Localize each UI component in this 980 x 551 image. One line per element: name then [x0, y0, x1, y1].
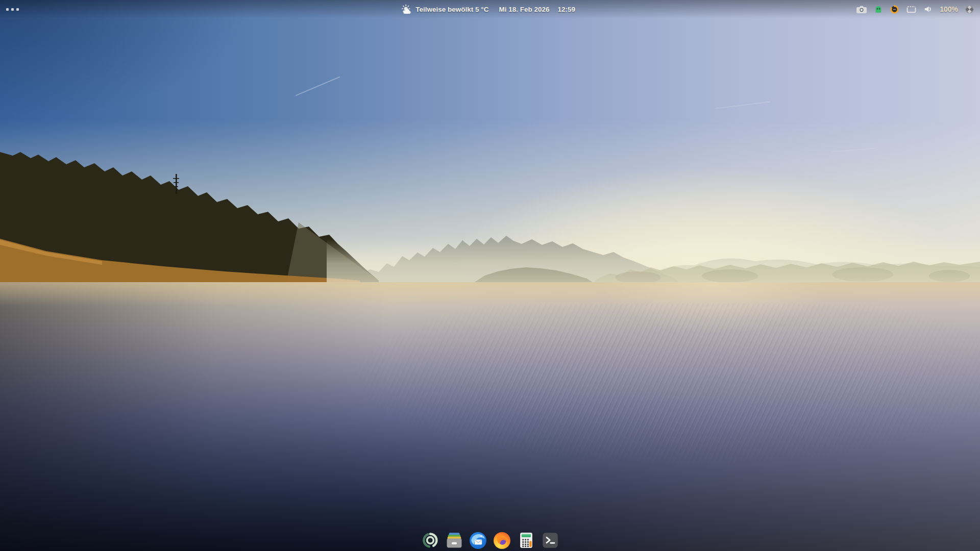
workspace-dot — [6, 8, 9, 11]
sync-indicator-icon — [890, 5, 899, 14]
top-bar: Teilweise bewölkt 5 °C Mi 18. Feb 2026 1… — [0, 0, 980, 18]
ghost-indicator-tray-button[interactable] — [873, 5, 884, 14]
workspace-dot — [16, 8, 19, 11]
weather-partly-cloudy-icon — [401, 4, 412, 15]
dock-item-calculator[interactable] — [517, 531, 536, 550]
workspace-indicator[interactable] — [5, 6, 20, 13]
dock-item-mail-thunderbird[interactable] — [469, 531, 488, 550]
calculator-icon — [518, 532, 535, 549]
battery-percent-label: 100% — [940, 5, 958, 13]
screencast-tray-button[interactable] — [905, 5, 917, 14]
dock-item-file-manager[interactable] — [445, 531, 464, 550]
system-tray: 100% — [855, 0, 975, 18]
app-menu-icon — [422, 532, 439, 549]
screenshot-tray-button[interactable] — [855, 5, 868, 14]
dock — [0, 531, 980, 550]
file-manager-icon — [446, 532, 463, 549]
thunderbird-icon — [470, 532, 486, 549]
dock-item-app-menu[interactable] — [421, 531, 440, 550]
screencast-icon — [906, 5, 917, 14]
ghost-indicator-icon — [874, 5, 883, 14]
dock-item-terminal[interactable] — [541, 531, 560, 550]
weather-label: Teilweise bewölkt 5 °C — [415, 6, 488, 13]
desktop: Teilweise bewölkt 5 °C Mi 18. Feb 2026 1… — [0, 0, 980, 551]
terminal-icon — [542, 532, 559, 549]
battery-tray-button[interactable]: 100% — [939, 5, 959, 13]
dock-item-browser-firefox[interactable] — [493, 531, 512, 550]
water-ripples — [276, 304, 980, 508]
date-label: Mi 18. Feb 2026 — [499, 6, 549, 13]
horizon-mist — [327, 239, 980, 284]
sync-indicator-tray-button[interactable] — [889, 5, 900, 14]
camera-icon — [856, 5, 867, 14]
volume-icon — [923, 5, 933, 14]
volume-tray-button[interactable] — [923, 5, 934, 14]
firefox-icon — [494, 532, 510, 549]
time-label: 12:59 — [557, 6, 575, 13]
power-profile-icon — [965, 5, 974, 14]
power-profile-tray-button[interactable] — [964, 5, 975, 14]
workspace-dot — [11, 8, 14, 11]
clock-weather-button[interactable]: Teilweise bewölkt 5 °C Mi 18. Feb 2026 1… — [401, 0, 575, 18]
